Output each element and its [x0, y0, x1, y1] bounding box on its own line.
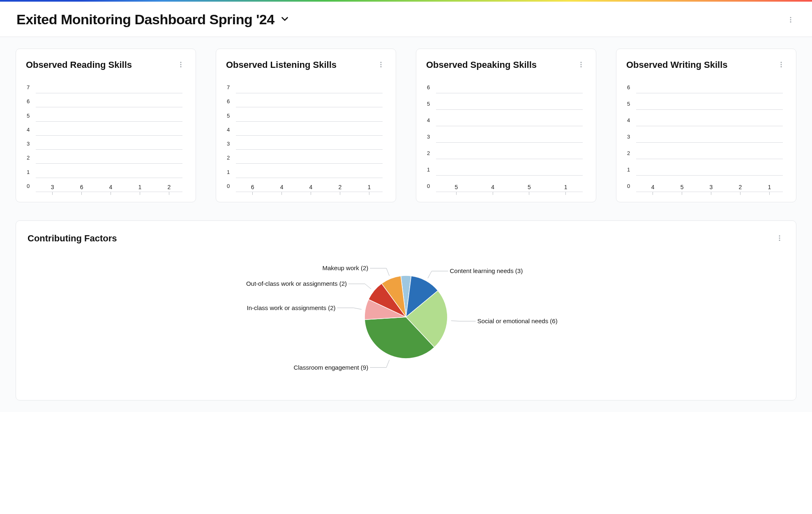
svg-point-11: [581, 66, 582, 67]
y-axis-tick: 4: [227, 126, 230, 132]
bar-value-label: 6: [251, 184, 254, 190]
y-axis-tick: 0: [427, 183, 430, 189]
card-more-menu[interactable]: [576, 60, 586, 69]
svg-point-15: [779, 235, 780, 236]
y-axis-tick: 0: [627, 183, 630, 189]
pie-slice-label: Makeup work (2): [323, 264, 369, 271]
bar-chart-reading: 0123456736412: [36, 93, 182, 192]
pie-slice-label: In-class work or assignments (2): [247, 304, 336, 311]
bar-value-label: 4: [109, 184, 113, 190]
bar-value-label: 2: [168, 184, 171, 190]
svg-point-3: [180, 62, 182, 63]
y-axis-tick: 4: [427, 117, 430, 123]
bar-value-label: 3: [710, 184, 713, 190]
y-axis-tick: 5: [27, 112, 30, 118]
y-axis-tick: 4: [627, 117, 630, 123]
bar-value-label: 4: [491, 184, 494, 190]
bar-value-label: 2: [739, 184, 742, 190]
card-writing: Observed Writing Skills 012345645321: [616, 49, 796, 202]
svg-point-4: [180, 64, 182, 65]
y-axis-tick: 1: [627, 167, 630, 173]
y-axis-tick: 2: [427, 150, 430, 156]
card-more-menu[interactable]: [176, 60, 186, 69]
bar-value-label: 1: [138, 184, 142, 190]
svg-point-17: [779, 240, 780, 241]
y-axis-tick: 1: [227, 169, 230, 175]
content: Observed Reading Skills 0123456736412 Ob…: [0, 37, 812, 412]
card-title: Observed Speaking Skills: [426, 60, 537, 70]
svg-point-1: [790, 19, 791, 20]
card-listening: Observed Listening Skills 0123456764421: [216, 49, 396, 202]
card-title: Observed Listening Skills: [226, 60, 337, 70]
bar-value-label: 4: [309, 184, 313, 190]
y-axis-tick: 5: [627, 101, 630, 107]
svg-point-16: [779, 238, 780, 239]
y-axis-tick: 1: [427, 167, 430, 173]
y-axis-tick: 3: [227, 141, 230, 147]
card-contributing-factors: Contributing Factors Content learning ne…: [16, 220, 796, 401]
y-axis-tick: 2: [27, 155, 30, 161]
bar-value-label: 1: [564, 184, 567, 190]
pie-slice-label: Out-of-class work or assignments (2): [246, 280, 347, 287]
bar-value-label: 4: [651, 184, 655, 190]
y-axis-tick: 0: [227, 183, 230, 189]
bar-value-label: 6: [80, 184, 83, 190]
y-axis-tick: 5: [227, 112, 230, 118]
bar-value-label: 5: [455, 184, 458, 190]
y-axis-tick: 0: [27, 183, 30, 189]
y-axis-tick: 3: [627, 134, 630, 140]
svg-point-8: [381, 66, 382, 67]
y-axis-tick: 3: [427, 134, 430, 140]
y-axis-tick: 5: [427, 101, 430, 107]
card-title: Observed Writing Skills: [626, 60, 728, 70]
bar-value-label: 3: [51, 184, 54, 190]
chevron-down-icon: [279, 14, 290, 26]
pie-slice-label: Social or emotional needs (6): [478, 317, 558, 324]
svg-point-10: [581, 64, 582, 65]
card-reading: Observed Reading Skills 0123456736412: [16, 49, 196, 202]
bar-value-label: 1: [768, 184, 771, 190]
y-axis-tick: 1: [27, 169, 30, 175]
y-axis-tick: 6: [27, 98, 30, 104]
y-axis-tick: 7: [227, 84, 230, 90]
svg-point-12: [781, 62, 782, 63]
bar-value-label: 4: [280, 184, 284, 190]
svg-point-2: [790, 21, 791, 22]
svg-point-9: [581, 62, 582, 63]
dashboard-title-dropdown[interactable]: Exited Monitoring Dashboard Spring '24: [16, 12, 290, 28]
bar-chart-writing: 012345645321: [636, 93, 783, 192]
pie-chart-contributing: Content learning needs (3)Social or emot…: [28, 252, 784, 384]
pie-slice-label: Classroom engagement (9): [293, 364, 368, 371]
card-speaking: Observed Speaking Skills 01234565451: [416, 49, 596, 202]
svg-point-0: [790, 17, 791, 18]
header-more-menu[interactable]: [786, 15, 796, 25]
card-more-menu[interactable]: [775, 233, 784, 243]
y-axis-tick: 4: [27, 126, 30, 132]
card-more-menu[interactable]: [376, 60, 386, 69]
y-axis-tick: 2: [227, 155, 230, 161]
svg-point-6: [381, 62, 382, 63]
svg-point-14: [781, 66, 782, 67]
pie-slice-label: Content learning needs (3): [450, 267, 523, 274]
y-axis-tick: 3: [27, 141, 30, 147]
header: Exited Monitoring Dashboard Spring '24: [0, 2, 812, 37]
card-title: Observed Reading Skills: [26, 60, 132, 70]
bar-value-label: 1: [368, 184, 371, 190]
bar-value-label: 5: [681, 184, 684, 190]
card-more-menu[interactable]: [776, 60, 786, 69]
y-axis-tick: 7: [27, 84, 30, 90]
svg-point-13: [781, 64, 782, 65]
card-title: Contributing Factors: [28, 233, 117, 244]
bar-chart-listening: 0123456764421: [236, 93, 383, 192]
bar-chart-speaking: 01234565451: [436, 93, 583, 192]
y-axis-tick: 6: [227, 98, 230, 104]
bar-value-label: 5: [528, 184, 531, 190]
y-axis-tick: 6: [427, 84, 430, 90]
bar-value-label: 2: [339, 184, 342, 190]
page-title: Exited Monitoring Dashboard Spring '24: [16, 12, 275, 28]
svg-point-5: [180, 66, 182, 67]
skills-cards-row: Observed Reading Skills 0123456736412 Ob…: [16, 49, 796, 202]
y-axis-tick: 2: [627, 150, 630, 156]
svg-point-7: [381, 64, 382, 65]
y-axis-tick: 6: [627, 84, 630, 90]
